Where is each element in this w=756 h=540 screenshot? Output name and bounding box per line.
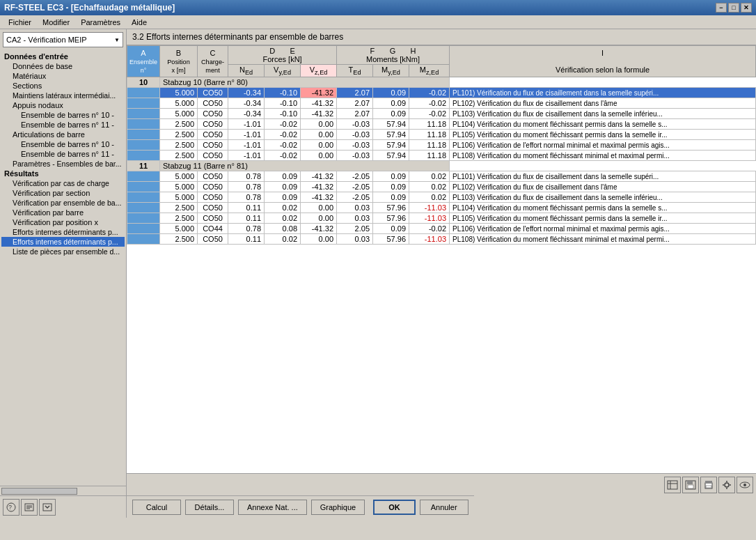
app-title: RF-STEEL EC3 - [Echaffaudage métallique] — [4, 3, 175, 13]
col-i-header: IVérification selon la formule — [450, 46, 756, 77]
col-a-header: AEnsemble n° — [127, 46, 160, 77]
col-c-header: CCharge-ment — [198, 46, 228, 77]
tree-item-appuis[interactable]: Appuis nodaux — [1, 100, 125, 110]
tree-item-sections[interactable]: Sections — [1, 81, 125, 91]
tree-item-liste-pieces[interactable]: Liste de pièces par ensemble d... — [1, 247, 125, 256]
print-icon[interactable] — [700, 477, 717, 493]
minimize-button[interactable]: − — [716, 3, 727, 13]
col-mzed-header: Mz,Ed — [409, 65, 450, 77]
tree-item-verif-barre[interactable]: Vérification par barre — [1, 208, 125, 217]
col-vyed-header: Vy,Ed — [265, 65, 301, 77]
svg-rect-7 — [705, 481, 712, 484]
col-ned-header: NEd — [228, 65, 265, 77]
table-row[interactable]: 5.000 CO50 -0.34 -0.10 -41.32 2.07 0.09 … — [127, 109, 756, 119]
menu-bar: Fichier Modifier Paramètres Aide — [0, 15, 756, 29]
table-row[interactable]: 5.000 CO50 -0.34 -0.10 -41.32 2.07 0.09 … — [127, 88, 756, 98]
annuler-button[interactable]: Annuler — [420, 500, 468, 515]
left-panel: CA2 - Vérification MEIP ▼ Données d'entr… — [0, 29, 127, 495]
right-panel: 3.2 Efforts internes déterminants par en… — [127, 29, 756, 495]
nav-prev-icon[interactable] — [21, 499, 38, 516]
menu-parametres[interactable]: Paramètres — [75, 17, 126, 28]
tree-panel[interactable]: Données d'entrée Données de base Matéria… — [0, 50, 126, 486]
table-row[interactable]: 2.500 CO50 0.11 0.02 0.00 0.03 57.96 -11… — [127, 203, 756, 213]
table-row[interactable]: 5.000 CO50 0.78 0.09 -41.32 -2.05 0.09 0… — [127, 192, 756, 203]
nav-next-icon[interactable] — [39, 499, 56, 516]
view-icon[interactable] — [737, 477, 753, 493]
tree-item-ensemble-11b[interactable]: Ensemble de barres n° 11 - — [1, 149, 125, 159]
col-myed-header: My,Ed — [373, 65, 409, 77]
svg-rect-5 — [688, 485, 693, 488]
tree-item-verif-ensemble[interactable]: Vérification par ensemble de ba... — [1, 198, 125, 208]
save-icon[interactable] — [682, 477, 699, 493]
tree-item-efforts-2[interactable]: Efforts internes déterminants p... — [1, 237, 125, 247]
tree-item-articulations[interactable]: Articulations de barre — [1, 130, 125, 139]
table-row[interactable]: 2.500 CO50 -1.01 -0.02 0.00 -0.03 57.94 … — [127, 151, 756, 161]
tree-item-efforts-1[interactable]: Efforts internes déterminants p... — [1, 227, 125, 237]
svg-rect-4 — [687, 481, 693, 484]
table-row[interactable]: 5.000 CO50 0.78 0.09 -41.32 -2.05 0.09 0… — [127, 171, 756, 182]
table-row[interactable]: 2.500 CO50 0.11 0.02 0.00 0.03 57.96 -11… — [127, 213, 756, 224]
group-11-header: 11 Stabzug 11 (Barre n° 81) — [127, 161, 756, 171]
tree-item-verif-section[interactable]: Vérification par section — [1, 188, 125, 198]
close-button[interactable]: ✕ — [741, 3, 752, 13]
calcul-button[interactable]: Calcul — [132, 500, 181, 515]
menu-modifier[interactable]: Modifier — [37, 17, 75, 28]
table-row[interactable]: 5.000 CO44 0.78 0.08 -41.32 2.05 0.09 -0… — [127, 224, 756, 234]
tree-section-donnees[interactable]: Données d'entrée — [1, 52, 125, 61]
tree-item-ensemble-10b[interactable]: Ensemble de barres n° 10 - — [1, 139, 125, 149]
bottom-bar: ? Calcul Détails... Annexe Nat. ... Grap… — [0, 495, 756, 518]
col-ted-header: TEd — [337, 65, 373, 77]
left-scroll-thumb — [1, 488, 77, 495]
settings-icon[interactable] — [718, 477, 735, 493]
table-area[interactable]: AEnsemble n° BPositionx [m] CCharge-ment… — [127, 45, 756, 473]
tree-item-donnees-base[interactable]: Données de base — [1, 61, 125, 71]
table-row[interactable]: 5.000 CO50 -0.34 -0.10 -41.32 2.07 0.09 … — [127, 98, 756, 109]
title-bar-controls: − □ ✕ — [716, 3, 752, 13]
tree-item-verif-cas[interactable]: Vérification par cas de charge — [1, 178, 125, 188]
button-bar: Calcul Détails... Annexe Nat. ... Graphi… — [127, 495, 474, 518]
svg-point-9 — [725, 483, 729, 487]
tree-item-ensemble-10a[interactable]: Ensemble de barres n° 10 - — [1, 110, 125, 120]
graphique-button[interactable]: Graphique — [311, 500, 365, 515]
tree-section-resultats[interactable]: Résultats — [1, 169, 125, 178]
data-table: AEnsemble n° BPositionx [m] CCharge-ment… — [127, 45, 756, 245]
nav-back-icon[interactable]: ? — [3, 499, 19, 516]
tree-item-verif-position[interactable]: Vérification par position x — [1, 217, 125, 227]
bottom-icon-bar — [127, 473, 756, 495]
col-b-header: BPositionx [m] — [160, 46, 198, 77]
group-10-header: 10 Stabzug 10 (Barre n° 80) — [127, 77, 756, 88]
col-vzed-header: Vz,Ed — [301, 65, 337, 77]
maximize-button[interactable]: □ — [728, 3, 739, 13]
col-moments-header: F G HMoments [kNm] — [337, 46, 450, 65]
svg-rect-0 — [668, 481, 677, 489]
main-area: CA2 - Vérification MEIP ▼ Données d'entr… — [0, 29, 756, 495]
ca-combo[interactable]: CA2 - Vérification MEIP ▼ — [3, 32, 123, 47]
menu-aide[interactable]: Aide — [126, 17, 152, 28]
tree-item-materiaux[interactable]: Matériaux — [1, 71, 125, 81]
tree-item-parametres-ensemble[interactable]: Paramètres - Ensembles de bar... — [1, 159, 125, 169]
table-row[interactable]: 2.500 CO50 0.11 0.02 0.00 0.03 57.96 -11… — [127, 234, 756, 245]
table-body: 10 Stabzug 10 (Barre n° 80) 5.000 CO50 -… — [127, 77, 756, 245]
ok-button[interactable]: OK — [373, 500, 416, 515]
svg-point-15 — [743, 484, 746, 486]
col-forces-header: D EForces [kN] — [228, 46, 337, 65]
table-row[interactable]: 2.500 CO50 -1.01 -0.02 0.00 -0.03 57.94 … — [127, 140, 756, 151]
tree-item-maintiens[interactable]: Maintiens latéraux intermédiai... — [1, 91, 125, 100]
combo-value: CA2 - Vérification MEIP — [6, 36, 87, 44]
section-title: 3.2 Efforts internes déterminants par en… — [127, 29, 756, 45]
details-button[interactable]: Détails... — [185, 500, 234, 515]
title-bar: RF-STEEL EC3 - [Echaffaudage métallique]… — [0, 0, 756, 15]
svg-text:?: ? — [8, 504, 12, 511]
tree-item-ensemble-11a[interactable]: Ensemble de barres n° 11 - — [1, 120, 125, 130]
menu-fichier[interactable]: Fichier — [3, 17, 37, 28]
export-table-icon[interactable] — [664, 477, 681, 493]
left-bottom-icons: ? — [0, 495, 127, 518]
combo-arrow-icon: ▼ — [114, 37, 120, 43]
annexe-button[interactable]: Annexe Nat. ... — [238, 500, 307, 515]
table-row[interactable]: 2.500 CO50 -1.01 -0.02 0.00 -0.03 57.94 … — [127, 130, 756, 140]
table-row[interactable]: 2.500 CO50 -1.01 -0.02 0.00 -0.03 57.94 … — [127, 119, 756, 130]
left-scroll[interactable] — [0, 486, 126, 495]
table-row[interactable]: 5.000 CO50 0.78 0.09 -41.32 -2.05 0.09 0… — [127, 182, 756, 192]
